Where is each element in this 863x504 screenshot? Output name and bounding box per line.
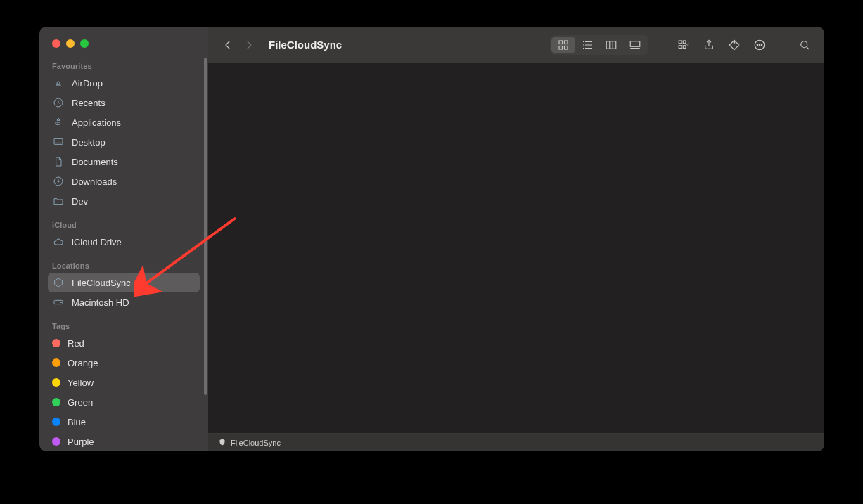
sidebar-tag-purple[interactable]: Purple [48,432,200,451]
tag-dot-icon [52,398,60,406]
main-area: FileCloudSync FileCloudSync [208,27,824,451]
sidebar-item-label: Green [68,397,93,408]
sidebar-item-recents[interactable]: Recents [48,93,200,112]
traffic-lights [48,39,200,58]
window-title: FileCloudSync [269,39,342,51]
disk-icon [52,296,65,309]
sidebar-item-documents[interactable]: Documents [48,152,200,172]
sidebar-item-label: Documents [72,157,118,167]
svg-rect-10 [606,41,616,49]
sidebar-item-label: Yellow [68,377,94,388]
content-area[interactable] [208,63,824,433]
sidebar-item-label: AirDrop [72,78,103,89]
sidebar-tag-orange[interactable]: Orange [48,353,200,373]
folder-icon [52,195,65,207]
view-grid-button[interactable] [551,37,575,53]
tag-dot-icon [52,358,60,367]
hexagon-icon [52,276,65,289]
sidebar-item-label: Orange [68,358,98,368]
section-header: Tags [48,318,200,333]
svg-point-20 [761,44,762,46]
tag-dot-icon [52,418,60,426]
section-header: Favourites [48,58,200,73]
sidebar-item-airdrop[interactable]: AirDrop [48,73,200,93]
view-column-button[interactable] [599,37,623,53]
sidebar-scrollbar[interactable] [204,58,207,395]
finder-window: Favourites AirDrop Recents Applications … [39,27,824,451]
shield-icon [218,438,226,448]
svg-point-16 [734,41,735,43]
svg-rect-11 [630,41,640,46]
sidebar-item-filecloudsync[interactable]: FileCloudSync [48,273,200,292]
svg-point-5 [60,302,61,302]
share-button[interactable] [699,35,719,55]
sidebar-section-tags: Tags Red Orange Yellow Green Blue [48,318,200,451]
view-switcher [550,35,648,55]
section-header: iCloud [48,217,200,232]
document-icon [52,155,65,168]
svg-rect-13 [679,45,682,48]
svg-point-18 [757,44,758,46]
view-list-button[interactable] [575,37,599,53]
sidebar-item-icloud-drive[interactable]: iCloud Drive [48,232,200,252]
sidebar-item-label: Desktop [72,137,106,148]
path-bar: FileCloudSync [208,433,824,451]
airdrop-icon [52,77,65,89]
section-header: Locations [48,257,200,273]
desktop-icon [52,136,65,148]
sidebar-tag-blue[interactable]: Blue [48,412,200,432]
sidebar: Favourites AirDrop Recents Applications … [39,27,208,451]
sidebar-item-label: Dev [72,196,88,207]
view-gallery-button[interactable] [623,37,647,53]
downloads-icon [52,175,65,188]
minimize-button[interactable] [66,39,75,48]
sidebar-item-label: Downloads [72,176,117,187]
clock-icon [52,96,65,109]
more-button[interactable] [750,35,769,55]
sidebar-item-label: Applications [72,117,121,128]
svg-rect-2 [54,138,63,144]
sidebar-item-label: Macintosh HD [72,297,129,308]
search-button[interactable] [795,35,814,55]
sidebar-tag-yellow[interactable]: Yellow [48,373,200,392]
tag-dot-icon [52,437,60,446]
sidebar-item-label: Red [68,338,84,349]
tag-dot-icon [52,378,60,387]
sidebar-item-label: FileCloudSync [72,278,131,288]
tag-dot-icon [52,339,60,347]
sidebar-item-desktop[interactable]: Desktop [48,132,200,152]
svg-rect-7 [565,41,568,44]
sidebar-item-label: Blue [68,417,86,427]
svg-rect-9 [565,46,568,49]
cloud-icon [52,235,65,248]
svg-rect-8 [559,46,563,49]
svg-rect-15 [683,45,686,48]
sidebar-section-icloud: iCloud iCloud Drive [48,217,200,252]
close-button[interactable] [52,39,60,48]
sidebar-tag-green[interactable]: Green [48,392,200,412]
zoom-button[interactable] [80,39,89,48]
svg-rect-12 [679,41,682,44]
apps-icon [52,116,65,129]
sidebar-item-label: Recents [72,98,106,108]
sidebar-item-applications[interactable]: Applications [48,112,200,132]
sidebar-item-label: Purple [68,437,94,447]
sidebar-item-label: iCloud Drive [72,237,122,247]
sidebar-section-favourites: Favourites AirDrop Recents Applications … [48,58,200,211]
toolbar: FileCloudSync [208,27,824,63]
svg-rect-6 [559,41,563,44]
tag-button[interactable] [724,35,744,55]
back-button[interactable] [218,35,238,55]
sidebar-item-downloads[interactable]: Downloads [48,172,200,191]
svg-point-19 [759,44,760,46]
sidebar-item-macintosh-hd[interactable]: Macintosh HD [48,292,200,312]
group-button[interactable] [674,35,693,55]
path-label[interactable]: FileCloudSync [231,439,281,447]
forward-button[interactable] [239,35,259,55]
sidebar-section-locations: Locations FileCloudSync Macintosh HD [48,257,200,312]
svg-point-21 [801,41,807,47]
sidebar-item-dev[interactable]: Dev [48,191,200,211]
svg-rect-14 [683,41,686,44]
sidebar-tag-red[interactable]: Red [48,333,200,353]
